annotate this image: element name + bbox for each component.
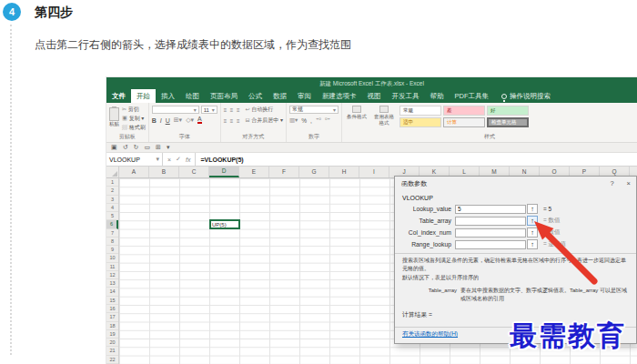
bold-button[interactable]: B [152, 117, 157, 124]
row-header-2[interactable]: 2 [106, 187, 118, 195]
row-header-20[interactable]: 20 [106, 339, 118, 347]
column-header-A[interactable]: A [119, 167, 149, 177]
row-header-9[interactable]: 9 [106, 246, 118, 254]
tab-页面布局[interactable]: 页面布局 [205, 89, 243, 103]
row-header-4[interactable]: 4 [106, 204, 118, 212]
cut-button[interactable]: ✂ 剪切 [122, 106, 146, 114]
tab-帮助[interactable]: 帮助 [425, 89, 450, 103]
percent-button[interactable]: % [301, 117, 307, 124]
format-painter-button[interactable]: ▨ 格式刷 [122, 124, 146, 132]
redo-icon[interactable]: ↻ [134, 144, 139, 151]
cell-style-好[interactable]: 好 [487, 106, 529, 116]
wrap-text-button[interactable]: ↩ 自动换行 [246, 106, 274, 114]
row-header-17[interactable]: 17 [106, 313, 118, 321]
cell-style-差[interactable]: 差 [443, 106, 485, 116]
range-picker-Table_array[interactable]: ↑ [527, 216, 538, 226]
row-header-7[interactable]: 7 [106, 229, 118, 238]
row-header-16[interactable]: 16 [106, 305, 118, 313]
row-header-1[interactable]: 1 [106, 178, 118, 187]
argument-input-Range_lookup[interactable] [455, 240, 526, 249]
formula-input[interactable]: =VLOOKUP(5) [196, 153, 243, 166]
row-header-21[interactable]: 21 [106, 347, 118, 355]
undo-icon[interactable]: ↺ [123, 144, 128, 151]
copy-button[interactable]: ▣ 复制 ▾ [122, 115, 146, 123]
conditional-formatting-button[interactable]: 条件格式 [345, 106, 369, 127]
align-horizontal-icons[interactable]: ≡ ≡ ≡ [224, 118, 241, 124]
row-header-11[interactable]: 11 [106, 263, 118, 271]
argument-input-Col_index_num[interactable] [455, 228, 526, 238]
argument-input-Lookup_value[interactable] [455, 205, 526, 214]
row-header-5[interactable]: 5 [106, 212, 118, 220]
dialog-close-button[interactable]: × [627, 179, 631, 187]
row-header-18[interactable]: 18 [106, 322, 118, 330]
active-cell-d6[interactable]: UP(5) [209, 219, 240, 229]
tab-数据[interactable]: 数据 [268, 89, 292, 103]
range-picker-Range_lookup[interactable]: ↑ [527, 239, 538, 249]
italic-button[interactable]: I [160, 117, 162, 124]
borders-button[interactable]: ⊞▾ [174, 116, 182, 124]
fill-color-button[interactable]: ◇▾ [186, 116, 194, 124]
save-icon[interactable]: ▣ [111, 144, 117, 151]
cell-style-常规[interactable]: 常规 [399, 106, 441, 116]
tab-视图[interactable]: 视图 [362, 89, 387, 103]
font-size-combobox[interactable]: 11▾ [201, 106, 217, 114]
column-header-C[interactable]: C [179, 167, 209, 177]
increase-decimal-button[interactable]: ⁺⁰ [316, 116, 321, 124]
tab-绘图[interactable]: 绘图 [180, 89, 205, 103]
row-header-8[interactable]: 8 [106, 238, 118, 246]
name-box[interactable]: VLOOKUP ▾ [106, 153, 163, 166]
column-header-G[interactable]: G [299, 167, 329, 177]
tab-审阅[interactable]: 审阅 [292, 89, 317, 103]
range-picker-Lookup_value[interactable]: ↑ [527, 204, 538, 214]
merge-center-button[interactable]: ⊟ 合并后居中 ▾ [246, 116, 283, 125]
row-header-10[interactable]: 10 [106, 254, 118, 262]
underline-button[interactable]: U [166, 117, 170, 124]
cancel-button[interactable]: × [167, 157, 171, 163]
row-header-22[interactable]: 22 [106, 356, 118, 364]
dialog-help-button[interactable]: ? [610, 179, 613, 187]
custom-button-2-icon[interactable]: ⊞ [156, 144, 161, 151]
tab-开始[interactable]: 开始 [131, 89, 156, 103]
range-picker-Col_index_num[interactable]: ↑ [527, 228, 538, 238]
font-name-combobox[interactable]: ▾ [152, 106, 199, 114]
column-header-F[interactable]: F [269, 167, 299, 177]
column-header-H[interactable]: H [329, 167, 359, 177]
insert-function-button[interactable]: fx [186, 157, 190, 163]
row-header-13[interactable]: 13 [106, 279, 118, 288]
number-format-combobox[interactable]: 常规▾ [289, 106, 339, 114]
row-header-14[interactable]: 14 [106, 288, 118, 296]
column-header-D[interactable]: D [209, 167, 239, 177]
row-header-6[interactable]: 6 [106, 220, 118, 228]
comma-button[interactable]: , [310, 117, 312, 124]
cell-style-适中[interactable]: 适中 [399, 117, 441, 127]
tell-me-search[interactable]: 操作说明搜索 [501, 89, 551, 103]
accounting-format-button[interactable]: ▥▾ [289, 116, 298, 124]
customize-qat-icon[interactable]: ▾ [167, 144, 170, 151]
row-header-12[interactable]: 12 [106, 271, 118, 279]
column-header-I[interactable]: I [359, 167, 389, 177]
column-header-B[interactable]: B [149, 167, 179, 177]
row-header-15[interactable]: 15 [106, 297, 118, 305]
select-all-corner[interactable] [106, 167, 119, 177]
column-header-E[interactable]: E [239, 167, 269, 177]
tab-文件[interactable]: 文件 [106, 89, 131, 103]
row-header-3[interactable]: 3 [106, 196, 118, 204]
name-box-dropdown-icon[interactable]: ▾ [156, 156, 159, 163]
tab-PDF工具集[interactable]: PDF工具集 [450, 89, 495, 103]
function-help-link[interactable]: 有关该函数的帮助(H) [402, 330, 458, 339]
tab-插入[interactable]: 插入 [156, 89, 180, 103]
font-color-button[interactable]: A [197, 116, 202, 124]
cell-style-检查单元格[interactable]: 检查单元格 [487, 117, 529, 127]
paste-button[interactable]: 粘贴 [109, 106, 119, 132]
tab-开发工具[interactable]: 开发工具 [387, 89, 425, 103]
tab-公式[interactable]: 公式 [243, 89, 268, 103]
decrease-decimal-button[interactable]: ⁰⁺ [325, 116, 330, 124]
custom-button-1-icon[interactable]: ▭ [144, 144, 150, 151]
argument-input-Table_array[interactable] [455, 217, 526, 226]
tab-新建选项卡[interactable]: 新建选项卡 [317, 89, 362, 103]
row-header-19[interactable]: 19 [106, 330, 118, 339]
align-top-icons[interactable]: ≡ ≡ ≡ [224, 107, 241, 113]
cell-style-计算[interactable]: 计算 [443, 117, 485, 127]
enter-button[interactable]: ✓ [176, 156, 181, 163]
format-as-table-button[interactable]: 套用表格格式 [372, 106, 396, 127]
